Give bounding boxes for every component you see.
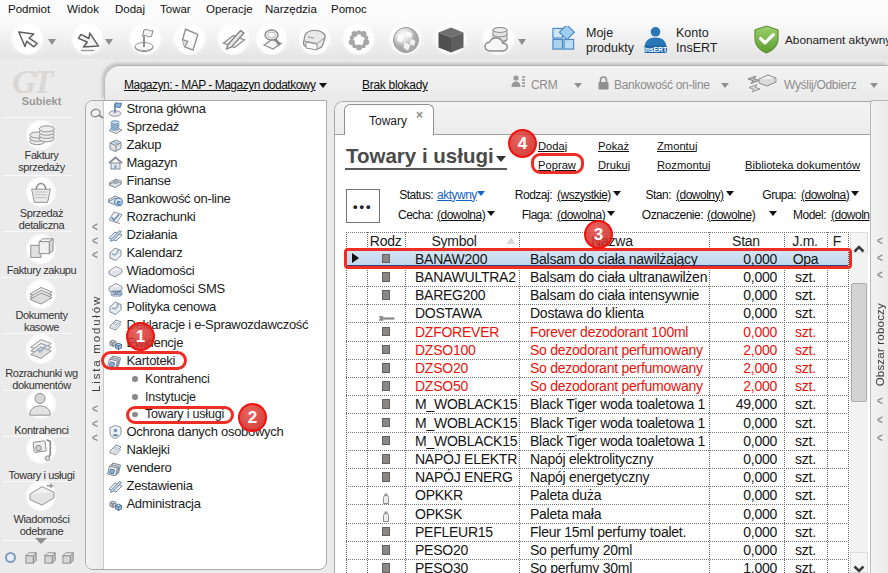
svg-text:SMS: SMS [112, 291, 121, 296]
svg-text:InsERT: InsERT [644, 46, 668, 53]
